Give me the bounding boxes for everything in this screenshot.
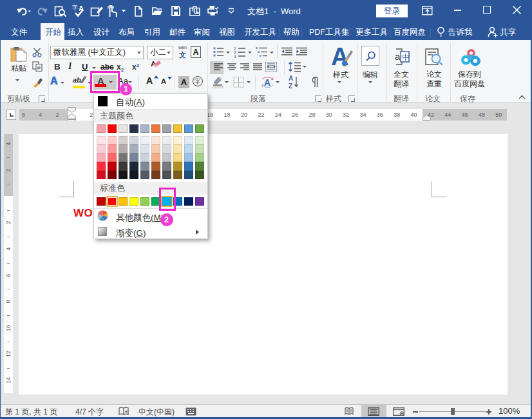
svg-text:Z: Z — [289, 83, 292, 89]
svg-text:3: 3 — [234, 54, 236, 58]
svg-text:字: 字 — [72, 5, 78, 11]
svg-text:A: A — [289, 75, 293, 82]
svg-text:中: 中 — [402, 53, 410, 62]
svg-text:a: a — [395, 51, 401, 62]
svg-text:A: A — [264, 77, 271, 88]
